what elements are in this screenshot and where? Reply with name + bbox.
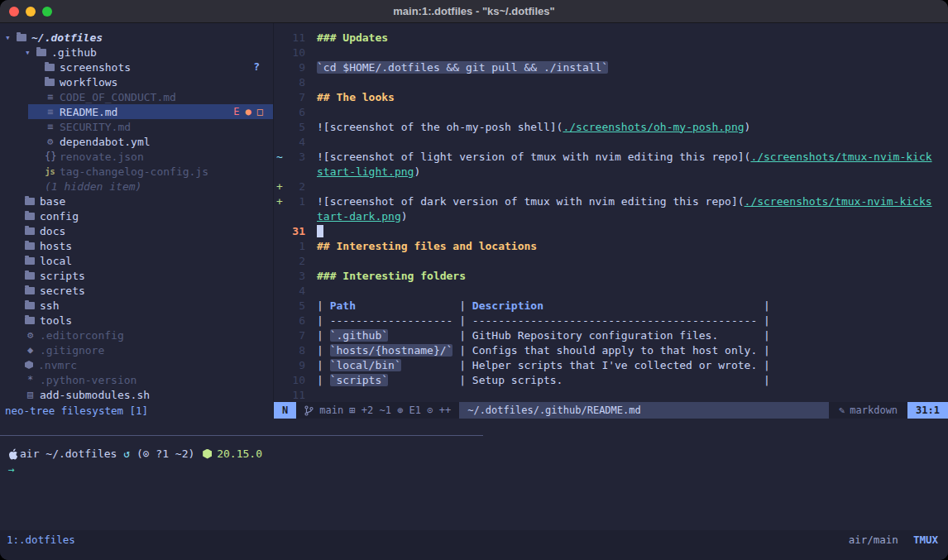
minimize-button[interactable] [26, 7, 36, 17]
editor-line[interactable]: +2 [274, 179, 948, 194]
file-text-icon: ≡ [45, 91, 55, 103]
editor-line[interactable]: start-light.png) [274, 164, 948, 179]
line-number: 7 [285, 91, 305, 103]
tree-item[interactable]: workflows [0, 74, 273, 89]
editor-line[interactable]: 6| ------------------- | ---------------… [274, 313, 948, 328]
chevron-down-icon[interactable]: ▾ [5, 32, 15, 43]
tmux-window-item[interactable]: 1:.dotfiles [7, 534, 75, 546]
editor-line[interactable]: 10| `scripts` | Setup scripts. | [274, 372, 948, 387]
tree-item[interactable]: ◆.gitignore [0, 342, 273, 357]
tree-item[interactable]: {}renovate.json [0, 149, 273, 164]
editor-line[interactable]: 31 [274, 223, 948, 238]
gutter-sign [274, 389, 285, 401]
line-text: ![screenshot of light version of tmux wi… [317, 151, 932, 163]
file-tree[interactable]: ▾~/.dotfiles▾.githubscreenshotsworkflows… [0, 30, 273, 402]
editor-line[interactable]: 1## Interesting files and locations [274, 238, 948, 253]
tree-item[interactable]: jstag-changelog-config.js [0, 164, 273, 179]
gutter-sign [274, 61, 285, 74]
line-text: ![screenshot of dark version of tmux wit… [317, 195, 932, 208]
tree-item[interactable]: ▾.github [0, 45, 273, 60]
line-number: 7 [285, 329, 305, 342]
editor-line[interactable]: 5![screenshot of the oh-my-posh shell](.… [274, 119, 948, 134]
tree-item[interactable]: ssh [0, 298, 273, 313]
line-text: | `scripts` | Setup scripts. | [317, 374, 770, 386]
tree-item-label: dependabot.yml [60, 136, 151, 148]
tree-item[interactable]: docs [0, 223, 273, 238]
editor-line[interactable]: +1![screenshot of dark version of tmux w… [274, 194, 948, 208]
statusline: N main ⊞ +2 ~1 ⊚ E1 ⊙ ++ ~/.dotfiles/.gi… [274, 402, 948, 419]
tree-item[interactable]: config [0, 208, 273, 223]
tree-item[interactable]: .nvmrc [0, 357, 273, 372]
diagnostic-error-badge: E [233, 106, 239, 117]
editor-line[interactable]: ~3![screenshot of light version of tmux … [274, 149, 948, 164]
window-titlebar[interactable]: main:1:.dotfiles - "ks~/.dotfiles" [0, 0, 948, 23]
editor-line[interactable]: 7| `.github` | GitHub Repository configu… [274, 328, 948, 342]
tree-item[interactable]: base [0, 194, 273, 208]
tree-item[interactable]: secrets [0, 283, 273, 298]
close-button[interactable] [9, 7, 19, 17]
tree-item[interactable]: ▤add-submodules.sh [0, 387, 273, 402]
editor-line[interactable]: 9`cd $HOME/.dotfiles && git pull && ./in… [274, 60, 948, 74]
editor-line[interactable]: 3### Interesting folders [274, 268, 948, 283]
tree-item-label: .python-version [40, 374, 136, 386]
tree-item-label: tag-changelog-config.js [60, 165, 208, 178]
editor-line[interactable]: 11 [274, 387, 948, 402]
help-hint[interactable]: ? [253, 60, 260, 73]
line-number: 9 [285, 359, 305, 371]
shell-pane[interactable]: air ~/.dotfiles ↺ (⊙ ?1 ~2) 20.15.0 → [0, 436, 948, 530]
gutter-sign: ~ [274, 151, 285, 163]
tree-item[interactable]: ≡CODE_OF_CONDUCT.md [0, 89, 273, 104]
tree-item[interactable]: ≡README.mdE●□ [0, 104, 273, 119]
editor-line[interactable]: tart-dark.png) [274, 208, 948, 223]
editor-line[interactable]: 11### Updates [274, 30, 948, 45]
editor-line[interactable]: 2 [274, 253, 948, 268]
tree-item[interactable]: hosts [0, 238, 273, 253]
editor-line[interactable]: 9| `local/bin` | Helper scripts that I'v… [274, 357, 948, 372]
line-number: 8 [285, 344, 305, 357]
tree-item[interactable]: (1 hidden item) [0, 179, 273, 194]
tree-item[interactable]: ≡SECURITY.md [0, 119, 273, 134]
chevron-down-icon[interactable]: ▾ [25, 47, 35, 58]
tree-item[interactable]: ⚙.editorconfig [0, 328, 273, 342]
folder-icon [25, 272, 35, 280]
folder-icon [25, 198, 35, 205]
editor-pane[interactable]: 11### Updates 10 9`cd $HOME/.dotfiles &&… [274, 23, 948, 419]
neo-tree-sidebar[interactable]: ▾~/.dotfiles▾.githubscreenshotsworkflows… [0, 23, 274, 419]
editor-line[interactable]: 10 [274, 45, 948, 60]
tree-item[interactable]: scripts [0, 268, 273, 283]
shell-input-line[interactable]: → [8, 462, 948, 477]
line-number: 2 [285, 180, 305, 193]
line-number: 4 [285, 285, 305, 297]
line-text: | Path | Description | [317, 299, 770, 312]
tree-item[interactable]: ▾~/.dotfiles [0, 30, 273, 45]
editor-line[interactable]: 8| `hosts/{hostname}/` | Configs that sh… [274, 342, 948, 357]
folder-icon [25, 227, 35, 235]
line-text: | `local/bin` | Helper scripts that I've… [317, 359, 770, 371]
tree-item[interactable]: *.python-version [0, 372, 273, 387]
editor-line[interactable]: 5| Path | Description | [274, 298, 948, 313]
tree-item-label: .gitignore [40, 344, 104, 357]
tree-item[interactable]: screenshots [0, 60, 273, 74]
zoom-button[interactable] [42, 7, 52, 17]
tree-item-label: hosts [40, 240, 72, 252]
tree-item[interactable]: tools [0, 313, 273, 328]
tree-item[interactable]: local [0, 253, 273, 268]
shell-prompt: air ~/.dotfiles ↺ (⊙ ?1 ~2) 20.15.0 [8, 446, 948, 462]
editor-line[interactable]: 6 [274, 104, 948, 119]
editor-lines[interactable]: 11### Updates 10 9`cd $HOME/.dotfiles &&… [274, 30, 948, 402]
gutter-sign [274, 374, 285, 386]
tmux-status-bar: 1:.dotfiles air/main TMUX [0, 530, 948, 560]
editor-line[interactable]: 8 [274, 74, 948, 89]
git-status-segment: main ⊞ +2 ~1 ⊚ E1 ⊙ ++ [296, 402, 459, 419]
folder-open-icon [17, 34, 26, 41]
gutter-sign [274, 31, 285, 44]
js-icon: js [45, 167, 55, 176]
editor-line[interactable]: 4 [274, 134, 948, 149]
modified-dot-badge: ● [246, 106, 251, 117]
line-number: 5 [285, 121, 305, 133]
tree-item[interactable]: ⚙dependabot.yml [0, 134, 273, 149]
folder-icon [25, 242, 35, 250]
editor-line[interactable]: 7## The looks [274, 89, 948, 104]
tree-item-label: docs [40, 225, 65, 237]
editor-line[interactable]: 4 [274, 283, 948, 298]
